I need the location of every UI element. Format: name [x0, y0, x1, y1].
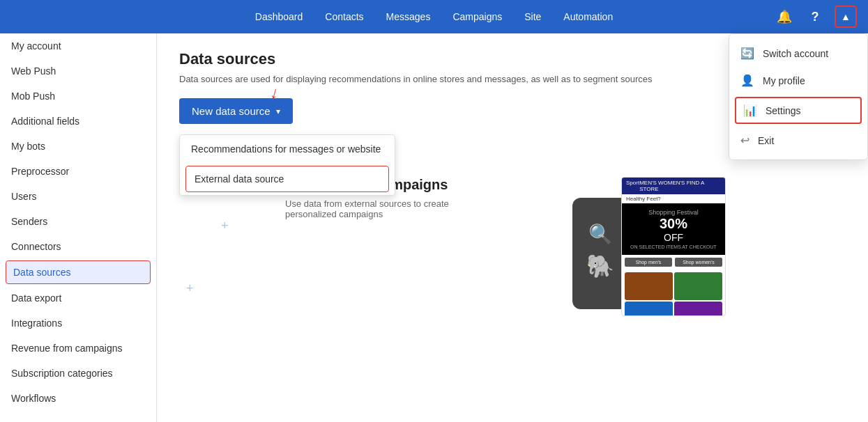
- sidebar-item-data-sources[interactable]: Data sources: [6, 260, 151, 284]
- profile-switch-account[interactable]: 🔄 Switch account: [729, 40, 867, 67]
- sidebar-item-workflows[interactable]: Workflows: [0, 386, 156, 411]
- card-percent: 30%: [625, 216, 722, 232]
- dropdown-item-external-data-source[interactable]: External data source: [185, 166, 389, 192]
- card-sport-label: Sport: [626, 180, 639, 192]
- card-image-1: [625, 272, 673, 300]
- campaign-visual: 🔍 🐘 Sport MEN'S WOMEN'S FIND A STORE Hea…: [572, 177, 726, 330]
- exit-icon: ↩: [740, 134, 749, 147]
- nav-site[interactable]: Site: [524, 11, 541, 22]
- nav-contacts[interactable]: Contacts: [325, 11, 363, 22]
- nav-campaigns[interactable]: Campaigns: [452, 11, 502, 22]
- card-off: OFF: [625, 232, 722, 243]
- card-image-grid: [622, 269, 725, 316]
- my-profile-label: My profile: [763, 75, 805, 86]
- elephant-icon: 🐘: [586, 253, 614, 279]
- sidebar-item-senders[interactable]: Senders: [0, 209, 156, 234]
- card-image-2: [674, 272, 722, 300]
- profile-settings[interactable]: 📊 Settings: [735, 97, 862, 124]
- card-buttons: Shop men's Shop women's: [622, 255, 725, 269]
- bell-icon: 🔔: [777, 9, 792, 24]
- sidebar-item-additional-fields[interactable]: Additional fields: [0, 109, 156, 134]
- plus-decoration-3: +: [186, 281, 194, 296]
- illustration-area: + + + Personalized campaigns Use data fr…: [179, 177, 846, 330]
- sidebar-item-mob-push[interactable]: Mob Push: [0, 84, 156, 109]
- help-button[interactable]: ?: [804, 6, 826, 28]
- nav-dashboard[interactable]: Dashboard: [255, 11, 303, 22]
- card-shop-men-btn[interactable]: Shop men's: [625, 258, 672, 267]
- card-image-4: [674, 302, 722, 316]
- card-shopping-label: Shopping Festival: [625, 209, 722, 216]
- sidebar: My account Web Push Mob Push Additional …: [0, 33, 157, 422]
- phone-device: 🔍 🐘: [572, 198, 628, 309]
- card-image-3: [625, 302, 673, 316]
- illustration-subtitle: Use data from external sources to create…: [285, 198, 494, 219]
- avatar-icon: ▲: [841, 11, 851, 22]
- campaign-card: Sport MEN'S WOMEN'S FIND A STORE Healthy…: [621, 177, 726, 316]
- dropdown-item-recommendations[interactable]: Recommendations for messages or website: [180, 135, 395, 163]
- switch-account-label: Switch account: [763, 48, 828, 59]
- sidebar-item-connectors[interactable]: Connectors: [0, 234, 156, 259]
- settings-label: Settings: [766, 105, 801, 116]
- search-icon: 🔍: [588, 223, 613, 246]
- profile-dropdown: 🔄 Switch account 👤 My profile 📊 Settings…: [729, 33, 868, 160]
- settings-icon: 📊: [743, 104, 757, 117]
- new-data-source-area: ↓ New data source ▾ Recommendations for …: [179, 98, 293, 124]
- card-sport-header: Sport MEN'S WOMEN'S FIND A STORE: [622, 178, 725, 194]
- nav-links: Dashboard Contacts Messages Campaigns Si…: [95, 11, 773, 22]
- sidebar-item-preprocessor[interactable]: Preprocessor: [0, 159, 156, 184]
- plus-decoration-2: +: [221, 219, 229, 233]
- sidebar-item-data-export[interactable]: Data export: [0, 286, 156, 311]
- card-shop-women-btn[interactable]: Shop women's: [675, 258, 722, 267]
- profile-exit[interactable]: ↩ Exit: [729, 127, 867, 154]
- page-description: Data sources are used for displaying rec…: [179, 74, 667, 84]
- top-navigation: Dashboard Contacts Messages Campaigns Si…: [0, 0, 868, 33]
- sidebar-item-web-push[interactable]: Web Push: [0, 58, 156, 84]
- card-promo-area: Shopping Festival 30% OFF ON SELECTED IT…: [622, 203, 725, 255]
- sidebar-item-subscription-categories[interactable]: Subscription categories: [0, 361, 156, 386]
- chevron-down-icon: ▾: [276, 107, 280, 116]
- sidebar-item-my-bots[interactable]: My bots: [0, 134, 156, 159]
- help-icon: ?: [812, 10, 819, 24]
- profile-my-profile[interactable]: 👤 My profile: [729, 67, 867, 94]
- card-fine-print: ON SELECTED ITEMS AT CHECKOUT: [625, 244, 722, 249]
- notification-bell-button[interactable]: 🔔: [773, 6, 795, 28]
- nav-automation[interactable]: Automation: [563, 11, 613, 22]
- switch-account-icon: 🔄: [740, 47, 754, 60]
- user-avatar-button[interactable]: ▲: [835, 6, 857, 28]
- card-healthy-text: Healthy Feet?: [622, 194, 725, 203]
- exit-label: Exit: [758, 135, 774, 146]
- nav-messages[interactable]: Messages: [386, 11, 431, 22]
- card-nav-items: MEN'S WOMEN'S FIND A STORE: [639, 180, 721, 192]
- my-profile-icon: 👤: [740, 74, 754, 87]
- sidebar-item-users[interactable]: Users: [0, 184, 156, 209]
- sidebar-item-revenue-from-campaigns[interactable]: Revenue from campaigns: [0, 336, 156, 361]
- sidebar-item-integrations[interactable]: Integrations: [0, 311, 156, 336]
- nav-icons: 🔔 ? ▲: [773, 6, 857, 28]
- new-data-source-dropdown: Recommendations for messages or website …: [179, 134, 395, 196]
- sidebar-item-my-account[interactable]: My account: [0, 33, 156, 58]
- new-data-source-label: New data source: [192, 105, 271, 117]
